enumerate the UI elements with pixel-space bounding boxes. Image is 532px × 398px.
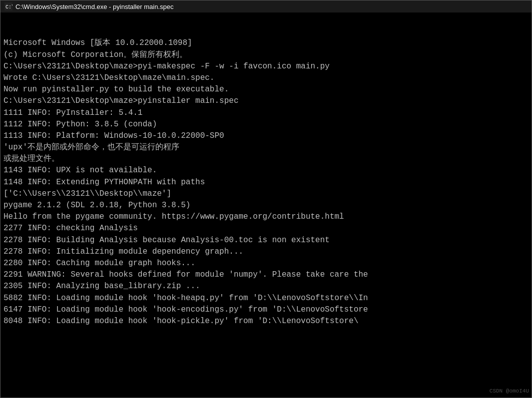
svg-text:C:\: C:\ <box>5 4 12 10</box>
terminal-line: 2278 INFO: Initializing module dependenc… <box>3 246 529 258</box>
window-title: C:\Windows\System32\cmd.exe - pyinstalle… <box>15 3 173 10</box>
terminal-line: Microsoft Windows [版本 10.0.22000.1098] <box>3 37 529 49</box>
terminal-line: 2305 INFO: Analyzing base_library.zip ..… <box>3 281 529 292</box>
terminal-line: 1143 INFO: UPX is not available. <box>3 165 529 176</box>
terminal-body[interactable]: Microsoft Windows [版本 10.0.22000.1098](c… <box>0 12 532 398</box>
terminal-line: C:\Users\23121\Desktop\maze>pyi-makespec… <box>3 61 529 72</box>
terminal-line: 6147 INFO: Loading module hook 'hook-enc… <box>3 304 529 316</box>
terminal-line: 2278 INFO: Building Analysis because Ana… <box>3 235 529 246</box>
terminal-line: ['C:\\Users\\23121\\Desktop\\maze'] <box>3 188 529 200</box>
watermark-text: CSDN @omoI4U <box>490 388 529 394</box>
cmd-icon: C:\ <box>4 2 12 10</box>
terminal-line: 1148 INFO: Extending PYTHONPATH with pat… <box>3 177 529 188</box>
terminal-line: 2280 INFO: Caching module graph hooks... <box>3 258 529 269</box>
terminal-line: 2277 INFO: checking Analysis <box>3 223 529 234</box>
terminal-line: (c) Microsoft Corporation。保留所有权利。 <box>3 49 529 61</box>
terminal-line: C:\Users\23121\Desktop\maze>pyinstaller … <box>3 95 529 107</box>
cmd-window: C:\ C:\Windows\System32\cmd.exe - pyinst… <box>0 0 532 398</box>
terminal-line: pygame 2.1.2 (SDL 2.0.18, Python 3.8.5) <box>3 200 529 211</box>
terminal-line: Hello from the pygame community. https:/… <box>3 211 529 223</box>
terminal-line: 或批处理文件。 <box>3 153 529 165</box>
terminal-line: 1113 INFO: Platform: Windows-10-10.0.220… <box>3 130 529 142</box>
terminal-line: 8048 INFO: Loading module hook 'hook-pic… <box>3 316 529 327</box>
terminal-line: Now run pyinstaller.py to build the exec… <box>3 84 529 95</box>
title-bar: C:\ C:\Windows\System32\cmd.exe - pyinst… <box>0 0 532 12</box>
terminal-line: 'upx'不是内部或外部命令，也不是可运行的程序 <box>3 142 529 153</box>
terminal-line: 5882 INFO: Loading module hook 'hook-hea… <box>3 293 529 304</box>
terminal-line: 1112 INFO: Python: 3.8.5 (conda) <box>3 119 529 130</box>
terminal-line: 2291 WARNING: Several hooks defined for … <box>3 269 529 281</box>
terminal-line: Wrote C:\Users\23121\Desktop\maze\main.s… <box>3 72 529 84</box>
terminal-line: 1111 INFO: PyInstaller: 5.4.1 <box>3 107 529 119</box>
